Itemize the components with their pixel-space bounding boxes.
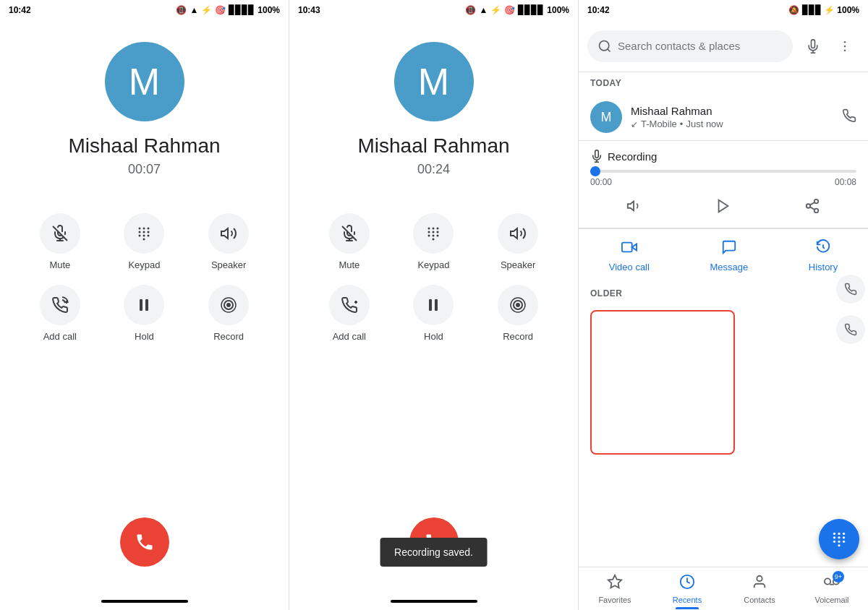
mute-button-2[interactable]: Mute — [318, 213, 381, 270]
keypad-icon-1 — [124, 213, 164, 254]
keypad-button-2[interactable]: Keypad — [402, 213, 465, 270]
record-label-1: Record — [213, 331, 244, 342]
hold-button-1[interactable]: Hold — [113, 285, 176, 342]
hold-icon-2 — [413, 285, 454, 325]
keypad-icon-2 — [413, 213, 454, 254]
record-button-2[interactable]: Record — [487, 285, 550, 342]
history-action-button[interactable]: History — [797, 235, 849, 277]
svg-point-5 — [148, 228, 150, 230]
svg-point-27 — [428, 231, 430, 233]
search-area — [579, 20, 868, 72]
nav-favorites[interactable]: Favorites — [579, 570, 651, 609]
message-action-button[interactable]: Message — [698, 235, 760, 277]
record-icon-2 — [498, 285, 538, 325]
hold-button-2[interactable]: Hold — [402, 285, 465, 342]
add-call-label-1: Add call — [43, 331, 77, 342]
status-bar-2: 10:43 📵 ▲ ⚡ 🎯 ▊▊▊▊ 100% — [289, 0, 578, 20]
more-options-button[interactable] — [830, 32, 859, 61]
video-call-icon — [621, 239, 637, 259]
audio-progress[interactable]: 00:00 00:08 — [590, 170, 856, 187]
svg-rect-59 — [622, 243, 632, 252]
svg-point-60 — [833, 533, 835, 535]
svg-point-54 — [806, 204, 810, 208]
svg-marker-51 — [628, 202, 634, 211]
side-call-button-2[interactable] — [836, 315, 865, 344]
mute-icon-2 — [329, 213, 370, 254]
mute-icon-1 — [40, 213, 80, 254]
mic-icon — [590, 150, 603, 163]
recents-active-indicator — [676, 607, 699, 609]
status-time-2: 10:43 — [298, 5, 320, 15]
today-section-label: TODAY — [579, 72, 868, 94]
svg-marker-52 — [719, 200, 728, 212]
add-call-button-2[interactable]: Add call — [318, 285, 381, 342]
status-battery-2: 📵 ▲ ⚡ 🎯 ▊▊▊▊ 100% — [465, 5, 569, 15]
bottom-nav: Favorites Recents Contacts — [579, 567, 868, 610]
contact-name-2: Mishaal Rahman — [357, 134, 509, 158]
audio-slider-fill — [590, 170, 593, 173]
video-call-action-button[interactable]: Video call — [597, 235, 661, 277]
svg-point-64 — [838, 536, 840, 538]
call-contact-button[interactable] — [842, 108, 856, 126]
volume-button[interactable] — [621, 193, 647, 219]
keypad-button-1[interactable]: Keypad — [113, 213, 176, 270]
svg-point-62 — [843, 533, 845, 535]
share-button[interactable] — [799, 193, 825, 219]
contact-row-info: Mishaal Rahman ↙ T-Mobile • Just now — [631, 105, 833, 129]
message-icon — [721, 239, 737, 259]
nav-contacts[interactable]: Contacts — [723, 570, 796, 609]
speaker-button-1[interactable]: Speaker — [197, 213, 260, 270]
older-card-item[interactable] — [590, 310, 735, 455]
history-icon — [815, 239, 831, 259]
voice-search-button[interactable] — [799, 32, 827, 61]
end-call-button-1[interactable] — [120, 517, 169, 567]
keypad-label-1: Keypad — [128, 259, 160, 270]
contact-avatar-1: M — [105, 42, 184, 121]
svg-point-4 — [143, 228, 145, 230]
svg-point-55 — [814, 209, 818, 213]
svg-point-48 — [844, 49, 846, 51]
record-button-1[interactable]: Record — [197, 285, 260, 342]
audio-controls — [590, 193, 856, 219]
contact-row-mishaal[interactable]: M Mishaal Rahman ↙ T-Mobile • Just now — [579, 94, 868, 140]
favorites-label: Favorites — [598, 596, 631, 604]
mute-button-1[interactable]: Mute — [29, 213, 92, 270]
svg-marker-70 — [608, 575, 621, 587]
add-call-button-1[interactable]: Add call — [29, 285, 92, 342]
search-icon — [597, 39, 612, 53]
phone-panel-1: 10:42 📵 ▲ ⚡ 🎯 ▊▊▊▊ 100% M Mishaal Rahman… — [0, 0, 289, 610]
svg-point-3 — [139, 228, 141, 230]
status-battery-1: 📵 ▲ ⚡ 🎯 ▊▊▊▊ 100% — [176, 5, 280, 15]
svg-point-68 — [843, 541, 845, 543]
nav-voicemail[interactable]: 9+ Voicemail — [796, 570, 868, 609]
svg-marker-58 — [631, 244, 636, 250]
svg-point-26 — [437, 228, 439, 230]
svg-point-6 — [139, 231, 141, 233]
voicemail-badge: 9+ — [833, 571, 844, 583]
svg-point-10 — [143, 235, 145, 237]
search-bar[interactable] — [587, 30, 793, 62]
svg-line-43 — [608, 48, 610, 51]
nav-recents[interactable]: Recents — [651, 570, 723, 609]
dialpad-fab[interactable] — [819, 519, 859, 559]
speaker-label-1: Speaker — [211, 259, 246, 270]
contacts-label: Contacts — [744, 596, 775, 604]
svg-point-65 — [843, 536, 845, 538]
side-call-button-1[interactable] — [836, 275, 865, 304]
play-button[interactable] — [710, 193, 736, 219]
svg-line-57 — [810, 202, 814, 205]
svg-rect-16 — [140, 299, 142, 311]
call-duration-2: 00:24 — [417, 162, 450, 177]
svg-point-9 — [139, 235, 141, 237]
record-label-2: Record — [503, 331, 533, 342]
add-call-icon-2 — [329, 285, 370, 325]
recording-section: Recording 00:00 00:08 — [579, 140, 868, 228]
speaker-button-2[interactable]: Speaker — [487, 213, 550, 270]
mute-label-2: Mute — [339, 259, 359, 270]
recents-label: Recents — [673, 596, 702, 604]
search-input[interactable] — [618, 40, 783, 52]
svg-point-61 — [838, 533, 840, 535]
call-direction-icon: ↙ — [631, 119, 638, 129]
favorites-icon — [607, 574, 623, 594]
phone-panel-2: 10:43 📵 ▲ ⚡ 🎯 ▊▊▊▊ 100% M Mishaal Rahman… — [289, 0, 579, 610]
